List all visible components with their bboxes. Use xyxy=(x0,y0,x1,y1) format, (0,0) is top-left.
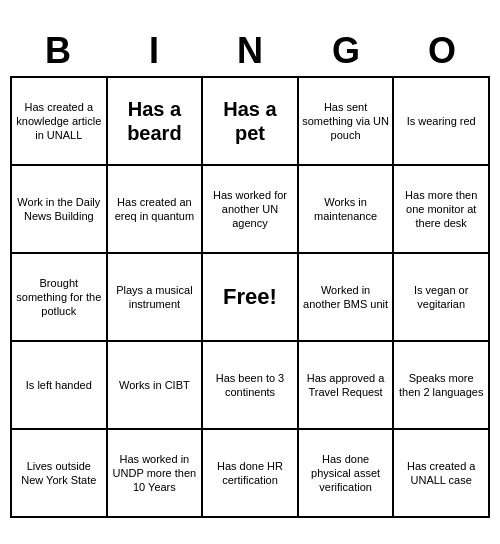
cell-text-0: Has created a knowledge article in UNALL xyxy=(15,100,103,143)
cell-text-17: Has been to 3 continents xyxy=(206,371,294,400)
header-letter-g: G xyxy=(298,26,394,76)
cell-text-1: Has a beard xyxy=(111,97,199,145)
cell-text-12: Free! xyxy=(223,283,277,312)
bingo-cell-23[interactable]: Has done physical asset verification xyxy=(299,430,395,518)
cell-text-24: Has created a UNALL case xyxy=(397,459,485,488)
cell-text-5: Work in the Daily News Building xyxy=(15,195,103,224)
bingo-cell-20[interactable]: Lives outside New York State xyxy=(12,430,108,518)
bingo-cell-22[interactable]: Has done HR certification xyxy=(203,430,299,518)
cell-text-14: Is vegan or vegitarian xyxy=(397,283,485,312)
cell-text-8: Works in maintenance xyxy=(302,195,390,224)
cell-text-22: Has done HR certification xyxy=(206,459,294,488)
cell-text-20: Lives outside New York State xyxy=(15,459,103,488)
cell-text-15: Is left handed xyxy=(26,378,92,392)
bingo-cell-12[interactable]: Free! xyxy=(203,254,299,342)
cell-text-21: Has worked in UNDP more then 10 Years xyxy=(111,452,199,495)
bingo-cell-14[interactable]: Is vegan or vegitarian xyxy=(394,254,490,342)
bingo-cell-6[interactable]: Has created an ereq in quantum xyxy=(108,166,204,254)
bingo-board: BINGO Has created a knowledge article in… xyxy=(10,26,490,518)
cell-text-16: Works in CIBT xyxy=(119,378,190,392)
bingo-cell-8[interactable]: Works in maintenance xyxy=(299,166,395,254)
bingo-header: BINGO xyxy=(10,26,490,76)
cell-text-19: Speaks more then 2 languages xyxy=(397,371,485,400)
header-letter-n: N xyxy=(202,26,298,76)
cell-text-23: Has done physical asset verification xyxy=(302,452,390,495)
bingo-cell-1[interactable]: Has a beard xyxy=(108,78,204,166)
bingo-cell-13[interactable]: Worked in another BMS unit xyxy=(299,254,395,342)
header-letter-i: I xyxy=(106,26,202,76)
cell-text-6: Has created an ereq in quantum xyxy=(111,195,199,224)
bingo-cell-2[interactable]: Has a pet xyxy=(203,78,299,166)
bingo-cell-3[interactable]: Has sent something via UN pouch xyxy=(299,78,395,166)
cell-text-18: Has approved a Travel Request xyxy=(302,371,390,400)
bingo-cell-9[interactable]: Has more then one monitor at there desk xyxy=(394,166,490,254)
bingo-cell-5[interactable]: Work in the Daily News Building xyxy=(12,166,108,254)
header-letter-o: O xyxy=(394,26,490,76)
bingo-cell-4[interactable]: Is wearing red xyxy=(394,78,490,166)
bingo-cell-21[interactable]: Has worked in UNDP more then 10 Years xyxy=(108,430,204,518)
bingo-cell-24[interactable]: Has created a UNALL case xyxy=(394,430,490,518)
bingo-cell-17[interactable]: Has been to 3 continents xyxy=(203,342,299,430)
bingo-cell-18[interactable]: Has approved a Travel Request xyxy=(299,342,395,430)
bingo-cell-19[interactable]: Speaks more then 2 languages xyxy=(394,342,490,430)
bingo-cell-10[interactable]: Brought something for the potluck xyxy=(12,254,108,342)
cell-text-7: Has worked for another UN agency xyxy=(206,188,294,231)
cell-text-13: Worked in another BMS unit xyxy=(302,283,390,312)
cell-text-4: Is wearing red xyxy=(407,114,476,128)
bingo-cell-16[interactable]: Works in CIBT xyxy=(108,342,204,430)
cell-text-3: Has sent something via UN pouch xyxy=(302,100,390,143)
bingo-cell-15[interactable]: Is left handed xyxy=(12,342,108,430)
cell-text-9: Has more then one monitor at there desk xyxy=(397,188,485,231)
bingo-grid: Has created a knowledge article in UNALL… xyxy=(10,76,490,518)
bingo-cell-0[interactable]: Has created a knowledge article in UNALL xyxy=(12,78,108,166)
cell-text-11: Plays a musical instrument xyxy=(111,283,199,312)
header-letter-b: B xyxy=(10,26,106,76)
bingo-cell-7[interactable]: Has worked for another UN agency xyxy=(203,166,299,254)
cell-text-2: Has a pet xyxy=(206,97,294,145)
bingo-cell-11[interactable]: Plays a musical instrument xyxy=(108,254,204,342)
cell-text-10: Brought something for the potluck xyxy=(15,276,103,319)
